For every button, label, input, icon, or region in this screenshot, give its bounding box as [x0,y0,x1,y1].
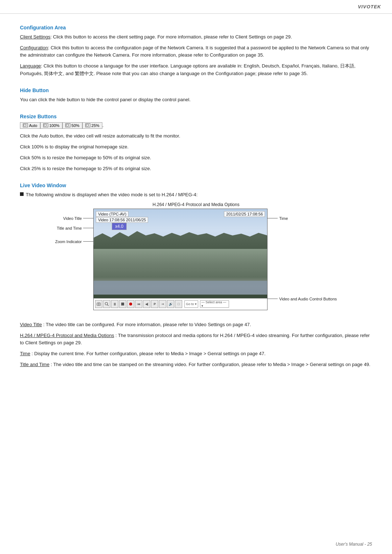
client-settings-para: Client Settings: Click this button to ac… [20,33,372,41]
hide-button-text: You can click the hide button to hide th… [20,96,372,103]
label-title-time: Title and Time [55,224,93,232]
resize-icon-25 [85,123,90,127]
ctrl-btn-record[interactable] [127,300,134,308]
live-video-desc-1-label: Video Title [20,322,42,327]
client-settings-label: Client Settings [20,34,50,40]
live-video-desc-4: Title and Time : The video title and tim… [20,361,372,368]
ctrl-dropdown-goto[interactable]: Go to ▾ [184,300,198,308]
rlbl-text-time: Time [279,216,288,221]
resize-desc-100: Click 100% is to display the original ho… [20,143,372,151]
config-area-title: Configuration Area [20,25,372,30]
svg-point-2 [105,303,108,305]
video-time-overlay: 2011/02/25 17:08:56 [224,211,265,217]
resize-period: . [102,123,104,128]
rlbl-time: Time [268,214,337,222]
video-diagram-inner: H.264 / MPEG-4 Protocol and Media Option… [55,202,337,315]
lbl-line-zoom [83,241,93,242]
rlbl-line-controls [268,299,278,299]
video-diagram: H.264 / MPEG-4 Protocol and Media Option… [20,202,372,315]
svg-point-1 [98,304,99,305]
language-para: Language: Click this button to choose a … [20,62,372,77]
live-video-desc-3-label: Time [20,351,30,356]
ctrl-btn-zoom[interactable] [103,300,110,308]
hide-button-title: Hide Button [20,87,372,93]
resize-btn-25[interactable]: 25% [82,122,102,129]
ctrl-btn-snapshot[interactable]: P [151,300,158,308]
ctrl-btn-volume[interactable]: 🔊 [167,300,174,308]
live-video-desc-2: H.264 / MPEG-4 Protocol and Media Option… [20,332,372,346]
video-controls-bar: ⏸ ⏮ [94,298,267,310]
live-video-desc-1-text: : The video title can be configured. For… [43,322,251,327]
lbl-line-video-title [83,218,93,218]
language-text: : Click this button to choose a language… [20,63,355,76]
resize-buttons-row: Auto 100% 50% 25% . [20,122,372,129]
resize-icon-50 [65,123,70,127]
lbl-line-title-time [83,228,93,228]
label-zoom: Zoom Indicator [55,238,93,246]
resize-desc-auto: Click the Auto button, the video cell wi… [20,132,372,140]
lbl-text-title-time: Title and Time [57,226,82,230]
live-video-desc-1: Video Title : The video title can be con… [20,321,372,328]
client-settings-text: : Click this button to access the client… [50,34,292,40]
ctrl-btn-audio[interactable]: ◀| [143,300,150,308]
rlbl-spacer [268,222,337,295]
video-zoom-overlay: x4.0 [112,223,127,230]
resize-icon-100 [43,123,48,127]
page-wrapper: VIVOTEK Configuration Area Client Settin… [0,0,392,554]
live-video-desc-4-label: Title and Time [20,362,49,367]
ctrl-dropdown-select[interactable]: — Select area — ▾ [200,300,229,308]
configuration-text: : Click this button to access the config… [20,45,369,58]
section-live-video: Live Video Window The following window i… [20,182,372,368]
ctrl-btn-camera[interactable] [95,300,102,308]
main-content: Configuration Area Client Settings: Clic… [0,14,392,392]
ctrl-btn-stop[interactable] [119,300,126,308]
resize-desc-50: Click 50% is to resize the homepage to 5… [20,154,372,161]
svg-rect-4 [121,303,124,305]
live-video-desc-2-label: H.264 / MPEG-4 Protocol and Media Option… [20,333,114,338]
ctrl-btn-prev[interactable]: ⏮ [135,300,142,308]
live-video-title: Live Video Window [20,182,372,188]
rlbl-text-controls: Video and Audio Control Buttons [279,297,337,301]
left-labels-col: Video Title Title and Time Zoom Indicato… [55,209,93,246]
label-video-title: Video Title [55,214,93,222]
video-titletime-overlay: Video 17:08:56 2011/06/25 [96,217,148,223]
language-label: Language [20,63,41,69]
svg-line-3 [107,305,109,306]
video-container-wrap: Video (TPC-AV) Video 17:08:56 2011/06/25… [93,209,268,310]
video-bottom [94,295,267,298]
page-footer: User's Manual - 25 [336,542,372,547]
resize-btn-auto[interactable]: Auto [20,122,40,129]
ctrl-btn-extra2[interactable]: □ [175,300,182,308]
lbl-text-video-title: Video Title [63,216,82,221]
bullet-icon [20,192,24,196]
ctrl-btn-extra1[interactable]: ⇥ [159,300,166,308]
right-labels-col: Time Video and Audio Control Buttons [268,209,337,315]
live-video-desc-3: Time : Display the current time. For fur… [20,350,372,357]
resize-desc-25: Click 25% is to resize the homepage to 2… [20,165,372,172]
bullet-text: The following window is displayed when t… [26,191,197,198]
ctrl-btn-pause[interactable]: ⏸ [111,300,118,308]
resize-btn-100[interactable]: 100% [40,122,62,129]
section-hide-button: Hide Button You can click the hide butto… [20,87,372,103]
resize-buttons-title: Resize Buttons [20,114,372,119]
resize-btn-50[interactable]: 50% [62,122,82,129]
brand-name: VIVOTEK [358,4,381,9]
lbl-text-zoom: Zoom Indicator [55,239,82,244]
header-bar: VIVOTEK [0,0,392,14]
diagram-title: H.264 / MPEG-4 Protocol and Media Option… [55,202,337,207]
section-resize-buttons: Resize Buttons Auto 100% 50% 25% [20,114,372,173]
video-img: Video (TPC-AV) Video 17:08:56 2011/06/25… [93,209,268,310]
configuration-para: Configuration: Click this button to acce… [20,44,372,59]
resize-icon-auto [23,123,28,127]
configuration-label: Configuration [20,45,48,50]
diagram-outer: Video Title Title and Time Zoom Indicato… [55,209,337,315]
svg-point-5 [129,303,132,305]
live-video-desc-3-text: : Display the current time. For further … [32,351,266,356]
bullet-para: The following window is displayed when t… [20,191,372,198]
section-config-area: Configuration Area Client Settings: Clic… [20,25,372,77]
video-water [94,281,267,295]
video-title-overlay: Video (TPC-AV) [96,211,128,217]
rlbl-line-time [268,218,278,218]
rlbl-controls: Video and Audio Control Buttons [268,295,337,303]
live-video-desc-4-text: : The video title and time can be stampe… [51,362,371,367]
